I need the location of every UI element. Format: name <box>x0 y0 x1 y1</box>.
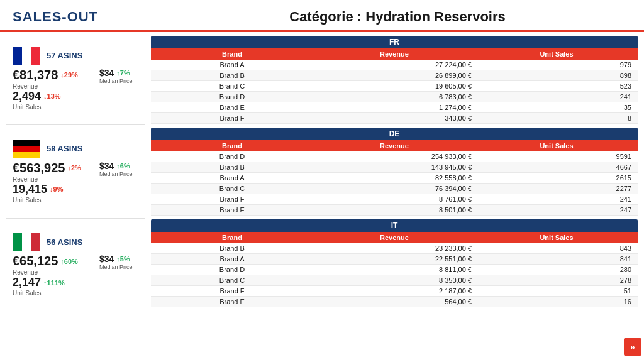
col-header: Unit Sales <box>475 232 638 243</box>
unit-label: Unit Sales <box>13 104 94 111</box>
revenue-label: Revenue <box>13 176 94 183</box>
unit-row: 2,494 13% <box>13 90 94 103</box>
median-label: Median Price <box>99 78 133 84</box>
header-center: Catégorie : Hydration Reservoirs <box>164 9 631 25</box>
cell-revenue: 254 933,00 € <box>313 151 475 162</box>
table-row: Brand C 8 350,00 € 278 <box>151 275 638 286</box>
cell-brand: Brand B <box>151 70 313 80</box>
category-title: Catégorie : Hydration Reservoirs <box>164 9 631 25</box>
median-pct: 7% <box>116 69 130 77</box>
table-row: Brand A 22 551,00 € 841 <box>151 254 638 265</box>
cell-units: 2615 <box>475 173 638 183</box>
flag-de <box>13 140 40 158</box>
nav-arrow[interactable]: » <box>624 338 641 356</box>
table-row: Brand F 343,00 € 8 <box>151 113 638 124</box>
unit-value: 19,415 <box>13 183 47 196</box>
cell-units: 979 <box>475 60 638 70</box>
col-header: Brand <box>151 140 313 151</box>
revenue-value: €563,925 <box>13 161 65 175</box>
cell-revenue: 22 551,00 € <box>313 254 475 264</box>
table-col-headers: BrandRevenueUnit Sales <box>151 48 638 60</box>
unit-row: 19,415 9% <box>13 183 94 196</box>
asins-label: 58 ASINS <box>47 144 82 153</box>
metrics-area: €65,125 60% Revenue 2,147 111% Unit Sale… <box>13 254 145 297</box>
cell-brand: Brand F <box>151 113 313 123</box>
cell-units: 247 <box>475 205 638 215</box>
table-row: Brand C 19 605,00 € 523 <box>151 81 638 92</box>
table-row: Brand D 254 933,00 € 9591 <box>151 151 638 162</box>
cell-revenue: 8 501,00 € <box>313 205 475 215</box>
table-body: Brand B 23 233,00 € 843 Brand A 22 551,0… <box>151 243 638 307</box>
table-col-headers: BrandRevenueUnit Sales <box>151 232 638 243</box>
col-header: Revenue <box>313 48 475 60</box>
cell-revenue: 23 233,00 € <box>313 243 475 253</box>
median-row: $34 7% <box>99 68 130 78</box>
unit-pct: 111% <box>43 279 65 287</box>
table-row: Brand D 8 811,00 € 280 <box>151 265 638 275</box>
table-row: Brand A 82 558,00 € 2615 <box>151 173 638 184</box>
cell-brand: Brand E <box>151 297 313 307</box>
table-country-header: IT <box>151 219 638 232</box>
cell-brand: Brand C <box>151 184 313 194</box>
main-metrics: €81,378 29% Revenue 2,494 13% Unit Sales <box>13 68 94 111</box>
cell-revenue: 76 394,00 € <box>313 184 475 194</box>
unit-value: 2,147 <box>13 276 41 289</box>
unit-value: 2,494 <box>13 90 41 103</box>
table-row: Brand E 8 501,00 € 247 <box>151 205 638 216</box>
cell-brand: Brand D <box>151 265 313 275</box>
col-header: Unit Sales <box>475 48 638 60</box>
content: 57 ASINS €81,378 29% Revenue 2,494 13% U… <box>0 32 644 311</box>
side-metric: $34 6% Median Price <box>94 161 145 177</box>
country-block-fr: 57 ASINS €81,378 29% Revenue 2,494 13% U… <box>6 32 145 125</box>
cell-units: 16 <box>475 297 638 307</box>
table-it: IT BrandRevenueUnit Sales Brand B 23 233… <box>151 219 638 307</box>
cell-brand: Brand A <box>151 60 313 70</box>
table-body: Brand A 27 224,00 € 979 Brand B 26 899,0… <box>151 60 638 124</box>
sales-out-title: SALES-OUT <box>13 9 164 25</box>
cell-brand: Brand A <box>151 254 313 264</box>
cell-revenue: 8 761,00 € <box>313 194 475 204</box>
flag-fr <box>13 47 40 65</box>
median-label: Median Price <box>99 264 133 270</box>
unit-row: 2,147 111% <box>13 276 94 289</box>
cell-units: 841 <box>475 254 638 264</box>
median-pct: 6% <box>116 162 130 170</box>
table-country-header: FR <box>151 36 638 48</box>
table-row: Brand D 6 783,00 € 241 <box>151 92 638 102</box>
asins-label: 56 ASINS <box>47 238 82 247</box>
cell-revenue: 343,00 € <box>313 113 475 123</box>
cell-brand: Brand D <box>151 92 313 102</box>
table-row: Brand B 26 899,00 € 898 <box>151 70 638 81</box>
cell-brand: Brand A <box>151 173 313 183</box>
col-header: Brand <box>151 48 313 60</box>
side-metric: $34 7% Median Price <box>94 68 145 84</box>
flag-it <box>13 233 40 251</box>
cell-units: 278 <box>475 275 638 285</box>
table-row: Brand F 8 761,00 € 241 <box>151 194 638 205</box>
median-row: $34 6% <box>99 161 130 171</box>
cell-revenue: 82 558,00 € <box>313 173 475 183</box>
revenue-pct: 2% <box>67 164 80 172</box>
median-value: $34 <box>99 68 114 78</box>
country-top: 56 ASINS <box>13 233 145 251</box>
cell-units: 2277 <box>475 184 638 194</box>
metrics-area: €81,378 29% Revenue 2,494 13% Unit Sales… <box>13 68 145 111</box>
revenue-pct: 29% <box>60 71 78 79</box>
cell-revenue: 8 811,00 € <box>313 265 475 275</box>
cell-brand: Brand B <box>151 243 313 253</box>
cell-brand: Brand E <box>151 205 313 215</box>
table-row: Brand B 143 945,00 € 4667 <box>151 162 638 173</box>
unit-label: Unit Sales <box>13 197 94 204</box>
revenue-value: €81,378 <box>13 68 58 82</box>
cell-units: 35 <box>475 102 638 112</box>
col-header: Brand <box>151 232 313 243</box>
cell-units: 4667 <box>475 162 638 172</box>
page-wrapper: SALES-OUT Catégorie : Hydration Reservoi… <box>0 0 644 362</box>
cell-units: 9591 <box>475 151 638 162</box>
table-body: Brand D 254 933,00 € 9591 Brand B 143 94… <box>151 151 638 216</box>
cell-units: 280 <box>475 265 638 275</box>
cell-brand: Brand B <box>151 162 313 172</box>
cell-units: 523 <box>475 81 638 91</box>
col-header: Revenue <box>313 232 475 243</box>
cell-revenue: 6 783,00 € <box>313 92 475 102</box>
